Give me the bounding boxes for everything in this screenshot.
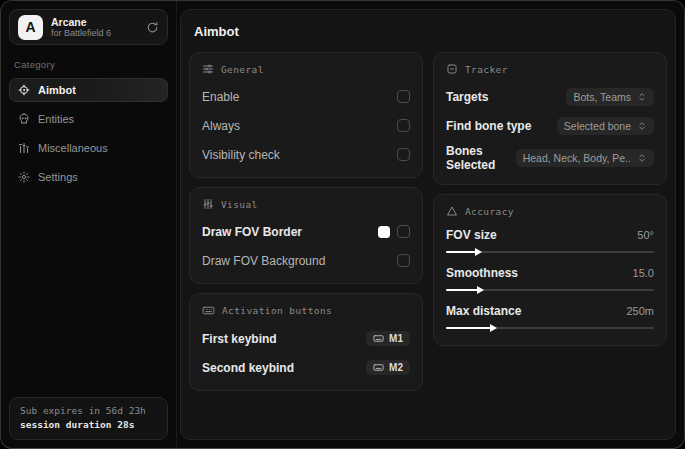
sliders-icon: [202, 198, 214, 210]
slider-label: Max distance: [446, 304, 521, 318]
max-distance-slider[interactable]: [446, 323, 654, 333]
slider-thumb[interactable]: [477, 286, 484, 294]
slider-fill: [446, 327, 492, 329]
setting-row-enable: Enable: [202, 86, 410, 107]
sidebar-item-settings[interactable]: Settings: [9, 165, 168, 189]
setting-row-first-keybind: First keybind M1: [202, 328, 410, 349]
targets-select[interactable]: Bots, Teams: [566, 88, 654, 106]
slider-fill: [446, 289, 479, 291]
setting-label: Always: [202, 119, 240, 133]
setting-row-visibility-check: Visibility check: [202, 144, 410, 165]
tracker-card: Tracker Targets Bots, Teams: [433, 52, 667, 185]
slider-value: 50°: [637, 229, 654, 241]
setting-label: Targets: [446, 90, 488, 104]
page-title: Aimbot: [194, 24, 667, 39]
slider-thumb[interactable]: [490, 324, 497, 332]
sidebar-item-label: Aimbot: [38, 84, 76, 96]
keybind-value: M1: [389, 333, 403, 344]
scan-icon: [446, 63, 458, 75]
sidebar-item-aimbot[interactable]: Aimbot: [9, 78, 168, 102]
setting-label: Draw FOV Border: [202, 225, 302, 239]
sidebar-item-label: Settings: [38, 171, 78, 183]
fov-size-slider-group: FOV size 50°: [446, 228, 654, 257]
select-value: Bots, Teams: [573, 91, 631, 103]
session-duration-text: session duration 28s: [20, 418, 157, 432]
right-column: Tracker Targets Bots, Teams: [433, 52, 667, 346]
max-distance-slider-group: Max distance 250m: [446, 304, 654, 333]
app-subtitle: for Battlefield 6: [51, 28, 138, 38]
setting-label: Find bone type: [446, 119, 531, 133]
visual-card: Visual Draw FOV Border Draw FOV Backgrou…: [189, 187, 423, 284]
setting-row-second-keybind: Second keybind M2: [202, 357, 410, 378]
setting-label: Enable: [202, 90, 239, 104]
keyboard-icon: [373, 362, 384, 373]
tune-icon: [202, 63, 214, 75]
select-value: Head, Neck, Body, Pe..: [523, 152, 631, 164]
keyboard-icon: [202, 304, 215, 317]
app-name: Arcane: [51, 16, 138, 28]
slider-label: Smoothness: [446, 266, 518, 280]
crosshair-icon: [18, 84, 30, 96]
card-title: Accuracy: [465, 206, 514, 217]
setting-label: Visibility check: [202, 148, 280, 162]
enable-checkbox[interactable]: [397, 90, 410, 103]
chevron-up-down-icon: [637, 121, 647, 131]
find-bone-type-select[interactable]: Selected bone: [557, 117, 654, 135]
select-value: Selected bone: [564, 120, 631, 132]
sidebar-item-entities[interactable]: Entities: [9, 107, 168, 131]
activation-card: Activation buttons First keybind M1: [189, 293, 423, 391]
bones-selected-select[interactable]: Head, Neck, Body, Pe..: [516, 149, 654, 167]
setting-label: First keybind: [202, 332, 277, 346]
setting-row-always: Always: [202, 115, 410, 136]
setting-row-find-bone-type: Find bone type Selected bone: [446, 115, 654, 136]
sidebar-item-label: Entities: [38, 113, 74, 125]
smoothness-slider[interactable]: [446, 285, 654, 295]
brand-card: A Arcane for Battlefield 6: [9, 9, 168, 45]
keybind-value: M2: [389, 362, 403, 373]
card-title: Visual: [221, 199, 258, 210]
bars-icon: [18, 142, 30, 154]
card-title: General: [221, 64, 264, 75]
refresh-icon[interactable]: [146, 21, 159, 34]
left-column: General Enable Always Visibility check: [189, 52, 423, 391]
sidebar-item-miscellaneous[interactable]: Miscellaneous: [9, 136, 168, 160]
visibility-check-checkbox[interactable]: [397, 148, 410, 161]
smoothness-slider-group: Smoothness 15.0: [446, 266, 654, 295]
setting-row-fov-border: Draw FOV Border: [202, 221, 410, 242]
app-window: A Arcane for Battlefield 6 Category Aimb…: [0, 0, 685, 449]
subscription-info: Sub expires in 56d 23h session duration …: [9, 397, 168, 441]
setting-label: Second keybind: [202, 361, 294, 375]
always-checkbox[interactable]: [397, 119, 410, 132]
slider-value: 250m: [626, 305, 654, 317]
setting-row-bones-selected: Bones Selected Head, Neck, Body, Pe..: [446, 144, 654, 172]
sidebar: A Arcane for Battlefield 6 Category Aimb…: [1, 1, 177, 448]
chevron-up-down-icon: [637, 92, 647, 102]
second-keybind-button[interactable]: M2: [366, 360, 410, 375]
card-title: Tracker: [465, 64, 508, 75]
draw-fov-border-checkbox[interactable]: [397, 225, 410, 238]
general-card: General Enable Always Visibility check: [189, 52, 423, 178]
setting-label: Bones Selected: [446, 144, 516, 172]
gear-icon: [18, 171, 30, 183]
slider-thumb[interactable]: [475, 248, 482, 256]
triangle-icon: [446, 205, 458, 217]
keyboard-icon: [373, 333, 384, 344]
sidebar-nav: Aimbot Entities Miscellaneous: [9, 78, 168, 189]
main-panel: Aimbot General: [180, 9, 676, 440]
setting-row-targets: Targets Bots, Teams: [446, 86, 654, 107]
setting-row-fov-background: Draw FOV Background: [202, 250, 410, 271]
skull-icon: [18, 113, 30, 125]
category-label: Category: [14, 59, 164, 70]
slider-label: FOV size: [446, 228, 497, 242]
first-keybind-button[interactable]: M1: [366, 331, 410, 346]
sidebar-item-label: Miscellaneous: [38, 142, 108, 154]
app-logo: A: [18, 15, 43, 40]
slider-fill: [446, 251, 477, 253]
fov-size-slider[interactable]: [446, 247, 654, 257]
card-title: Activation buttons: [222, 305, 332, 316]
fov-border-color-swatch[interactable]: [378, 226, 390, 238]
setting-label: Draw FOV Background: [202, 254, 325, 268]
draw-fov-background-checkbox[interactable]: [397, 254, 410, 267]
accuracy-card: Accuracy FOV size 50°: [433, 194, 667, 346]
sub-expiry-text: Sub expires in 56d 23h: [20, 404, 157, 418]
